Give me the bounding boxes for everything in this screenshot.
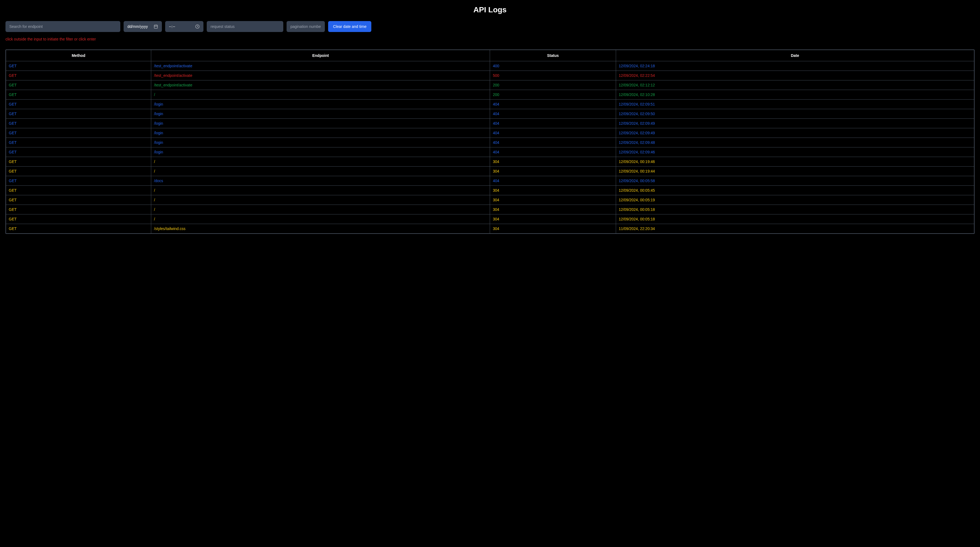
table-row: GET/styles/tailwind.css30411/09/2024, 22… (6, 224, 974, 234)
cell-method: GET (6, 71, 151, 80)
cell-endpoint: /test_endpoint/activate (151, 61, 490, 71)
table-header-row: Method Endpoint Status Date (6, 50, 974, 61)
cell-method: GET (6, 195, 151, 205)
cell-endpoint: / (151, 157, 490, 167)
calendar-icon (154, 24, 158, 29)
svg-rect-0 (154, 25, 158, 29)
cell-status: 500 (490, 71, 616, 80)
cell-date: 12/09/2024, 02:09:51 (616, 100, 974, 109)
cell-status: 304 (490, 205, 616, 215)
cell-status: 404 (490, 176, 616, 186)
time-input[interactable]: --:-- (165, 21, 204, 32)
cell-endpoint: /login (151, 128, 490, 138)
cell-status: 304 (490, 167, 616, 176)
time-placeholder-text: --:-- (169, 24, 175, 29)
cell-method: GET (6, 205, 151, 215)
pagination-input[interactable] (286, 21, 325, 32)
cell-endpoint: /test_endpoint/activate (151, 71, 490, 80)
cell-date: 12/09/2024, 02:09:48 (616, 138, 974, 148)
logs-table-container: Method Endpoint Status Date GET/test_end… (5, 49, 975, 234)
table-row: GET/test_endpoint/activate20012/09/2024,… (6, 80, 974, 90)
cell-date: 12/09/2024, 02:12:12 (616, 80, 974, 90)
cell-method: GET (6, 61, 151, 71)
cell-endpoint: /styles/tailwind.css (151, 224, 490, 234)
cell-method: GET (6, 167, 151, 176)
cell-method: GET (6, 138, 151, 148)
cell-endpoint: / (151, 215, 490, 224)
table-row: GET/30412/09/2024, 00:05:19 (6, 195, 974, 205)
cell-date: 12/09/2024, 00:05:18 (616, 215, 974, 224)
cell-date: 12/09/2024, 02:09:49 (616, 119, 974, 128)
cell-endpoint: /login (151, 109, 490, 119)
cell-status: 404 (490, 148, 616, 157)
cell-date: 11/09/2024, 22:20:34 (616, 224, 974, 234)
cell-method: GET (6, 128, 151, 138)
cell-method: GET (6, 109, 151, 119)
cell-status: 404 (490, 119, 616, 128)
table-row: GET/20012/09/2024, 02:10:28 (6, 90, 974, 100)
header-endpoint: Endpoint (151, 50, 490, 61)
cell-date: 12/09/2024, 00:05:19 (616, 195, 974, 205)
table-row: GET/30412/09/2024, 00:19:44 (6, 167, 974, 176)
table-row: GET/30412/09/2024, 00:05:18 (6, 205, 974, 215)
table-row: GET/login40412/09/2024, 02:09:49 (6, 128, 974, 138)
table-row: GET/30412/09/2024, 00:19:46 (6, 157, 974, 167)
table-row: GET/test_endpoint/activate40012/09/2024,… (6, 61, 974, 71)
cell-status: 304 (490, 224, 616, 234)
cell-endpoint: / (151, 186, 490, 195)
date-placeholder-text: dd/mm/yyyy (127, 24, 148, 29)
cell-endpoint: / (151, 205, 490, 215)
cell-status: 200 (490, 80, 616, 90)
cell-status: 304 (490, 186, 616, 195)
clock-icon (195, 24, 200, 29)
status-input[interactable] (207, 21, 283, 32)
cell-endpoint: / (151, 195, 490, 205)
cell-endpoint: / (151, 90, 490, 100)
search-input[interactable] (5, 21, 120, 32)
table-row: GET/30412/09/2024, 00:05:45 (6, 186, 974, 195)
cell-method: GET (6, 224, 151, 234)
cell-status: 304 (490, 195, 616, 205)
cell-method: GET (6, 119, 151, 128)
cell-date: 12/09/2024, 02:09:49 (616, 128, 974, 138)
cell-method: GET (6, 100, 151, 109)
cell-method: GET (6, 176, 151, 186)
clear-date-time-button[interactable]: Clear date and time (328, 21, 371, 32)
cell-status: 404 (490, 128, 616, 138)
cell-method: GET (6, 80, 151, 90)
cell-method: GET (6, 148, 151, 157)
filter-bar: dd/mm/yyyy --:-- Clear date and time (5, 21, 975, 32)
table-row: GET/test_endpoint/activate50012/09/2024,… (6, 71, 974, 80)
cell-date: 12/09/2024, 00:05:18 (616, 205, 974, 215)
logs-table: Method Endpoint Status Date GET/test_end… (6, 50, 974, 234)
cell-date: 12/09/2024, 00:05:45 (616, 186, 974, 195)
cell-status: 200 (490, 90, 616, 100)
cell-date: 12/09/2024, 00:19:44 (616, 167, 974, 176)
cell-date: 12/09/2024, 02:09:46 (616, 148, 974, 157)
cell-date: 12/09/2024, 02:09:50 (616, 109, 974, 119)
cell-method: GET (6, 157, 151, 167)
cell-status: 304 (490, 215, 616, 224)
cell-date: 12/09/2024, 02:24:18 (616, 61, 974, 71)
cell-status: 404 (490, 100, 616, 109)
header-status: Status (490, 50, 616, 61)
filter-hint-text: click outside the input to initiate the … (5, 37, 975, 41)
cell-method: GET (6, 186, 151, 195)
date-input[interactable]: dd/mm/yyyy (124, 21, 162, 32)
page-title: API Logs (5, 5, 975, 14)
cell-status: 400 (490, 61, 616, 71)
table-row: GET/login40412/09/2024, 02:09:46 (6, 148, 974, 157)
header-method: Method (6, 50, 151, 61)
cell-endpoint: /login (151, 100, 490, 109)
cell-date: 12/09/2024, 02:22:54 (616, 71, 974, 80)
table-row: GET/docs40412/09/2024, 00:05:58 (6, 176, 974, 186)
cell-method: GET (6, 215, 151, 224)
header-date: Date (616, 50, 974, 61)
cell-endpoint: /login (151, 138, 490, 148)
cell-date: 12/09/2024, 00:05:58 (616, 176, 974, 186)
cell-endpoint: /login (151, 119, 490, 128)
cell-endpoint: / (151, 167, 490, 176)
cell-status: 304 (490, 157, 616, 167)
table-row: GET/login40412/09/2024, 02:09:48 (6, 138, 974, 148)
cell-date: 12/09/2024, 00:19:46 (616, 157, 974, 167)
